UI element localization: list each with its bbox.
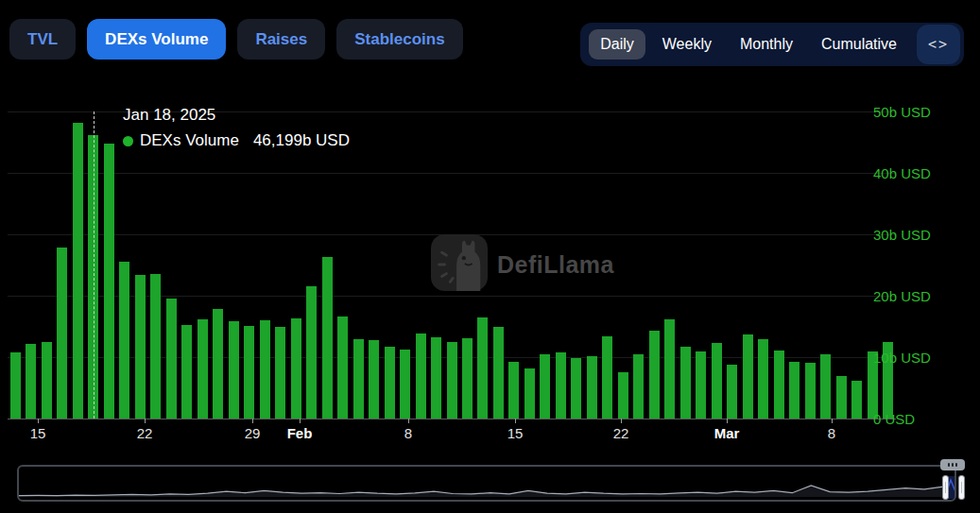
y-axis-label: 30b USD xyxy=(873,227,968,243)
embed-code-icon[interactable]: <> xyxy=(917,25,960,64)
chart-tooltip: Jan 18, 2025 DEXs Volume 46,199b USD xyxy=(123,106,350,150)
volume-bar[interactable] xyxy=(477,317,488,419)
volume-bar[interactable] xyxy=(213,309,223,419)
volume-bar[interactable] xyxy=(73,123,83,419)
volume-bar[interactable] xyxy=(680,347,691,419)
x-axis-tick xyxy=(38,419,39,423)
volume-bar[interactable] xyxy=(229,321,239,419)
volume-bar[interactable] xyxy=(556,352,566,419)
tab-tvl[interactable]: TVL xyxy=(9,19,76,60)
gridline xyxy=(8,419,896,419)
tab-dexs-volume[interactable]: DEXs Volume xyxy=(87,19,226,60)
range-option-daily[interactable]: Daily xyxy=(589,29,645,60)
volume-bar[interactable] xyxy=(774,351,784,419)
volume-bar[interactable] xyxy=(104,144,114,419)
navigator-right-handle[interactable] xyxy=(958,475,965,500)
x-axis-tick xyxy=(300,419,301,423)
volume-bar[interactable] xyxy=(836,376,847,419)
tooltip-value: 46,199b USD xyxy=(253,131,350,150)
volume-bar[interactable] xyxy=(758,339,768,419)
volume-bar[interactable] xyxy=(337,316,348,419)
range-option-cumulative[interactable]: Cumulative xyxy=(810,29,908,60)
gridline xyxy=(8,173,896,174)
volume-bar[interactable] xyxy=(633,354,644,419)
x-axis-tick xyxy=(145,419,146,423)
x-axis-tick xyxy=(408,419,409,423)
y-axis-label: 40b USD xyxy=(873,165,968,181)
tab-raises[interactable]: Raises xyxy=(237,19,325,60)
volume-bar[interactable] xyxy=(664,319,675,419)
tab-stablecoins[interactable]: Stablecoins xyxy=(336,19,462,60)
volume-bar[interactable] xyxy=(26,344,36,419)
tooltip-date: Jan 18, 2025 xyxy=(123,106,350,125)
volume-bar[interactable] xyxy=(540,354,550,419)
x-axis-label: 29 xyxy=(245,425,261,441)
x-axis-label: Mar xyxy=(714,425,740,441)
y-axis-label: 0 USD xyxy=(873,411,968,427)
watermark-text: DefiLlama xyxy=(497,251,614,279)
series-dot-icon xyxy=(123,136,133,146)
volume-bar[interactable] xyxy=(431,337,441,419)
volume-bar[interactable] xyxy=(587,356,597,419)
volume-bar[interactable] xyxy=(322,257,333,419)
volume-bar[interactable] xyxy=(385,347,395,419)
x-axis-label: 22 xyxy=(137,425,153,441)
y-axis-label: 20b USD xyxy=(873,288,968,304)
volume-bar[interactable] xyxy=(462,338,473,419)
volume-bar[interactable] xyxy=(119,262,129,419)
volume-bar[interactable] xyxy=(789,362,799,419)
x-axis-tick xyxy=(832,419,833,423)
range-option-weekly[interactable]: Weekly xyxy=(651,29,723,60)
volume-bar[interactable] xyxy=(618,372,628,419)
zoom-navigator-track[interactable] xyxy=(17,465,956,502)
x-axis-label: 8 xyxy=(828,425,835,441)
metric-tabbar: TVL DEXs Volume Raises Stablecoins xyxy=(9,19,463,60)
x-axis-tick xyxy=(727,419,728,423)
navigator-left-handle[interactable] xyxy=(942,475,949,500)
x-axis-label: Feb xyxy=(287,425,313,441)
volume-bar[interactable] xyxy=(447,342,457,419)
range-selector: Daily Weekly Monthly Cumulative <> xyxy=(580,23,964,66)
volume-bar[interactable] xyxy=(524,368,535,419)
volume-bar[interactable] xyxy=(820,354,831,419)
volume-bar[interactable] xyxy=(10,352,21,419)
defillama-llama-icon xyxy=(430,233,489,296)
volume-bar[interactable] xyxy=(260,320,270,419)
volume-bar[interactable] xyxy=(57,248,67,419)
volume-bar[interactable] xyxy=(743,334,753,419)
volume-bar[interactable] xyxy=(696,351,706,419)
volume-bar[interactable] xyxy=(181,325,192,419)
volume-bar[interactable] xyxy=(353,339,364,419)
volume-bar[interactable] xyxy=(493,327,504,419)
volume-bar[interactable] xyxy=(712,343,722,419)
volume-bar[interactable] xyxy=(275,327,285,419)
navigator-grip-handle[interactable] xyxy=(940,459,965,470)
volume-bar[interactable] xyxy=(244,326,254,419)
watermark: DefiLlama xyxy=(430,233,614,296)
volume-bar[interactable] xyxy=(851,381,862,419)
volume-bar[interactable] xyxy=(369,340,379,419)
volume-bar[interactable] xyxy=(135,275,146,419)
x-axis-label: 8 xyxy=(404,425,412,441)
x-axis-label: 22 xyxy=(613,425,629,441)
volume-bar[interactable] xyxy=(306,286,317,419)
volume-bar[interactable] xyxy=(166,299,177,419)
volume-bar[interactable] xyxy=(416,333,426,419)
volume-bar[interactable] xyxy=(150,274,161,419)
volume-bar[interactable] xyxy=(602,336,612,419)
defillama-dashboard: TVL DEXs Volume Raises Stablecoins Daily… xyxy=(0,0,980,513)
volume-bar[interactable] xyxy=(42,342,52,419)
volume-bar[interactable] xyxy=(727,365,737,419)
x-axis-tick xyxy=(515,419,516,423)
volume-bar[interactable] xyxy=(571,358,581,419)
volume-bar[interactable] xyxy=(805,363,816,419)
volume-bar[interactable] xyxy=(400,350,410,419)
volume-bar[interactable] xyxy=(508,362,519,419)
range-option-monthly[interactable]: Monthly xyxy=(729,29,804,60)
volume-bar[interactable] xyxy=(649,331,660,419)
volume-bar[interactable] xyxy=(198,319,208,419)
x-axis-tick xyxy=(252,419,253,423)
volume-bar[interactable] xyxy=(291,318,301,419)
x-axis-tick xyxy=(621,419,622,423)
y-axis-label: 10b USD xyxy=(873,350,968,366)
